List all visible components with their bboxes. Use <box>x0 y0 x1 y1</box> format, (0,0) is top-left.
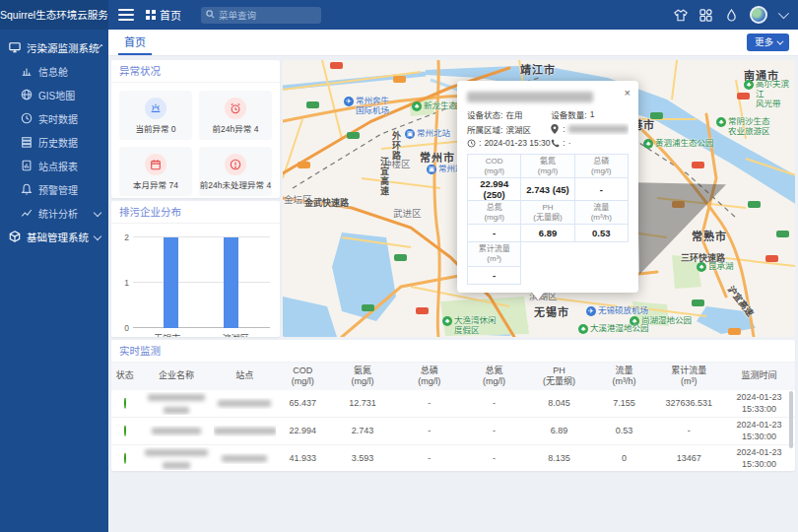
sidebar-item-4[interactable]: 站点报表 <box>0 154 108 177</box>
close-icon[interactable]: × <box>625 87 631 99</box>
calendar-icon <box>145 154 166 175</box>
gis-map-icon <box>20 89 33 101</box>
panel-title: 异常状况 <box>111 60 280 83</box>
stats-icon <box>20 207 33 220</box>
park-poi-icon: ♣ <box>697 262 706 272</box>
cell-value: 12.731 <box>330 398 395 409</box>
alarm-clock-icon <box>225 98 246 119</box>
chevron-down-icon[interactable] <box>778 8 789 19</box>
cell-value: 65.437 <box>276 398 331 409</box>
cell-value: 2024-01-23 15:33:00 <box>723 392 795 415</box>
enterprise-name-blurred <box>139 426 214 436</box>
column-header-0: 状态 <box>111 370 139 381</box>
abnormal-status-panel: 异常状况 当前异常 0前24h异常 4本月异常 74前24h未处理异常 4 <box>111 60 280 198</box>
road-number-badge <box>330 62 343 69</box>
menu-search[interactable] <box>201 7 321 24</box>
map-poi-green[interactable]: ♣黄泗浦生态公园 <box>643 139 714 149</box>
map-poi-blue[interactable]: ✈常州奔牛 国际机场 <box>344 97 389 116</box>
popup-field-2: 所属区域:滨湖区 <box>467 123 551 135</box>
tab-bar: 首页 更多 <box>108 30 798 56</box>
sidebar-item-3[interactable]: 历史数据 <box>0 130 108 154</box>
card-label: 前24h异常 4 <box>213 122 259 134</box>
cell-value: 3.593 <box>330 453 395 464</box>
theme-shirt-icon[interactable] <box>673 8 688 23</box>
avatar[interactable] <box>750 6 767 24</box>
map-poi-green[interactable]: ♣高尔夫滨江 风光带 <box>744 80 795 108</box>
sidebar-group-1[interactable]: 基础管理系统 <box>0 225 108 248</box>
phone-icon <box>551 139 560 148</box>
status-dot <box>124 426 126 436</box>
cell-value: - <box>395 398 463 409</box>
sidebar-item-2[interactable]: 实时数据 <box>0 106 108 130</box>
metric-value: 22.994 (250) <box>468 178 521 201</box>
sidebar-item-6[interactable]: 统计分析 <box>0 201 108 225</box>
column-header-6: 总氮(mg/l) <box>463 366 524 388</box>
sidebar-item-5[interactable]: 预警管理 <box>0 177 108 201</box>
map-poi-green[interactable]: ♣大溪港湿地公园 <box>578 324 649 334</box>
metric-header: PH(无量纲) <box>521 201 574 225</box>
app-logo: Squirrel生态环境云服务平台 <box>0 0 108 30</box>
chart-gridline <box>133 327 270 328</box>
enterprise-distribution-panel: 排污企业分布 012 无锡市滨湖区 <box>111 201 280 337</box>
road-number-badge <box>765 255 778 262</box>
gis-map[interactable]: × 设备状态:在用设备数量:1所属区域:滨湖区::2024-01-23 15:3… <box>283 60 795 337</box>
park-poi-icon: ♣ <box>716 117 726 127</box>
popup-field-5: :· <box>551 138 629 148</box>
chart-gridline <box>133 282 270 283</box>
cell-value: 0 <box>593 453 654 464</box>
monitor-row-1[interactable]: 22.9942.743--6.890.53-2024-01-23 15:30:0… <box>111 418 795 445</box>
road-number-badge <box>416 307 429 314</box>
map-city-label: 常州市 <box>420 149 455 165</box>
map-poi-blue[interactable]: ✈无锡硕放机场 <box>586 306 648 316</box>
monitor-row-2[interactable]: 41.9333.593--8.1350134672024-01-23 15:30… <box>111 445 795 471</box>
card-label: 当前异常 0 <box>135 122 175 134</box>
map-road-label: 江宜高速 <box>378 157 391 196</box>
panel-title: 排污企业分布 <box>111 201 280 224</box>
report-icon <box>20 160 33 172</box>
chevron-down-icon <box>94 233 101 240</box>
plane-poi-icon: ✈ <box>344 97 354 106</box>
monitor-row-0[interactable]: 65.43712.731--8.0457.155327636.5312024-0… <box>111 390 795 418</box>
abnormal-card-1[interactable]: 前24h异常 4 <box>199 91 272 140</box>
map-poi-green[interactable]: ♣昆承湖 <box>697 262 734 272</box>
sidebar-group-0[interactable]: 污染源监测系统 <box>0 35 108 59</box>
cell-value: 2.743 <box>330 426 395 436</box>
road-number-badge <box>362 304 374 311</box>
metric-header: 氨氮(mg/l) <box>521 155 574 178</box>
layout-icon[interactable] <box>698 8 713 23</box>
grid-icon <box>146 10 156 20</box>
map-city-label: 无锡市 <box>534 303 569 319</box>
park-poi-icon: ♣ <box>412 101 422 111</box>
popup-field-4: :2024-01-23 15:30:00 <box>467 138 551 148</box>
hamburger-menu-icon[interactable] <box>118 9 134 21</box>
search-input[interactable] <box>219 10 307 21</box>
abnormal-card-0[interactable]: 当前异常 0 <box>119 91 192 140</box>
cell-value: - <box>395 453 463 464</box>
map-road-label: 外环路 <box>390 131 403 161</box>
column-header-1: 企业名称 <box>139 370 214 381</box>
warning-icon <box>20 183 33 196</box>
cell-value: 41.933 <box>276 453 331 464</box>
map-poi-green[interactable]: ♣常阴沙生态 农业旅游区 <box>716 117 770 137</box>
cell-value: - <box>463 398 524 409</box>
abnormal-card-2[interactable]: 本月异常 74 <box>119 147 192 196</box>
tab-home[interactable]: 首页 <box>118 30 152 55</box>
abnormal-card-3[interactable]: 前24h未处理异常 4 <box>199 147 272 196</box>
cell-value: - <box>463 426 524 436</box>
blurred-value <box>568 125 629 133</box>
breadcrumb[interactable]: 首页 <box>146 7 181 23</box>
flame-icon[interactable] <box>724 8 739 23</box>
more-button[interactable]: 更多 <box>747 33 789 51</box>
plane-poi-icon: ✈ <box>586 306 596 316</box>
map-poi-blue[interactable]: ▣常州北站 <box>405 129 450 139</box>
sidebar-item-0[interactable]: 信息舱 <box>0 59 108 83</box>
column-header-3: COD(mg/l) <box>276 366 331 388</box>
clock-icon <box>467 139 476 148</box>
table-scrollbar[interactable] <box>789 391 793 448</box>
sidebar-item-1[interactable]: GIS地图 <box>0 83 108 106</box>
info-cabin-icon <box>20 65 33 78</box>
bar-chart: 012 <box>133 237 270 328</box>
map-poi-green[interactable]: ♣大渔湾休闲 度假区 <box>442 316 497 336</box>
metric-value: - <box>468 266 521 284</box>
popup-metrics-table: COD(mg/l)氨氮(mg/l)总磷(mg/l)22.994 (250)2.7… <box>467 154 629 285</box>
